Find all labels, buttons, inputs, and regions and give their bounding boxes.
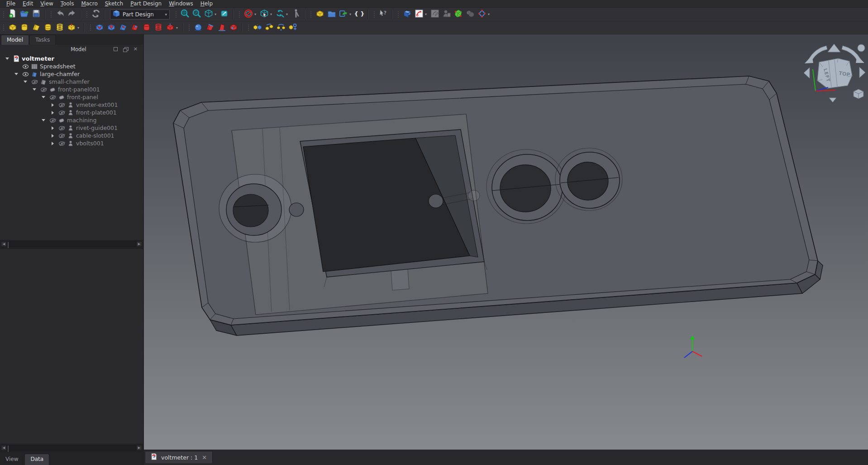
groove-button[interactable]: [117, 22, 129, 34]
scroll-right-icon[interactable]: ▶: [136, 241, 142, 247]
tree-item-vmeter-ext001[interactable]: vmeter-ext001: [0, 101, 143, 109]
tree-expand-right-icon[interactable]: [48, 111, 57, 115]
scroll-left-icon[interactable]: ◀: [1, 241, 7, 247]
menu-file[interactable]: File: [3, 0, 19, 8]
draw-style-dropdown-icon[interactable]: ▾: [254, 9, 258, 20]
tree-item-vbolts001[interactable]: vbolts001: [0, 139, 143, 147]
visibility-eye-visible-icon[interactable]: [21, 64, 30, 69]
create-datum-dropdown-icon[interactable]: ▾: [488, 9, 492, 20]
tab-model[interactable]: Model: [1, 35, 29, 45]
chamfer-button[interactable]: [204, 22, 216, 34]
undo-button[interactable]: [54, 9, 66, 20]
tree-item-machining[interactable]: machining: [0, 116, 143, 124]
expression-editor-button[interactable]: { }: [353, 9, 365, 20]
visibility-eye-hidden-icon[interactable]: [57, 102, 66, 108]
multitransform-button[interactable]: [287, 22, 299, 34]
tree-expand-down-icon[interactable]: [12, 73, 21, 75]
subtractive-primitive-button[interactable]: [164, 22, 176, 34]
menu-help[interactable]: Help: [197, 0, 216, 8]
tree-expand-down-icon[interactable]: [3, 58, 12, 60]
subtractive-primitive-dropdown-icon[interactable]: ▾: [176, 22, 180, 34]
save-document-button[interactable]: [30, 9, 42, 20]
tree-expand-down-icon[interactable]: [39, 96, 48, 98]
make-link-dropdown-icon[interactable]: ▾: [349, 9, 353, 20]
visibility-eye-hidden-icon[interactable]: [48, 95, 57, 100]
workbench-selector[interactable]: Part Design▾: [110, 10, 170, 19]
tree-item-front-panel[interactable]: front-panel: [0, 93, 143, 101]
navigation-cube[interactable]: LEFT TOP: [801, 41, 868, 109]
3d-viewport[interactable]: LEFT TOP: [144, 34, 868, 450]
create-body-button[interactable]: [401, 9, 413, 20]
document-tab-voltmeter[interactable]: voltmeter : 1 ✕: [145, 451, 213, 463]
zoom-sync-dropdown-icon[interactable]: ▾: [286, 9, 290, 20]
tree-expand-right-icon[interactable]: [48, 126, 57, 130]
tree-item-rivet-guide001[interactable]: rivet-guide001: [0, 124, 143, 132]
voltmeter-model[interactable]: [144, 34, 868, 450]
tree-item-large-chamfer[interactable]: large-chamfer: [0, 70, 143, 78]
tree-item-spreadsheet[interactable]: Spreadsheet: [0, 62, 143, 70]
new-document-button[interactable]: [7, 9, 19, 20]
pad-button[interactable]: [7, 22, 19, 34]
hole-button[interactable]: [105, 22, 117, 34]
tree-item-front-plate001[interactable]: front-plate001: [0, 109, 143, 116]
fit-all-button[interactable]: [179, 9, 191, 20]
menu-view[interactable]: View: [37, 0, 57, 8]
draft-button[interactable]: [216, 22, 228, 34]
tree-horizontal-scrollbar[interactable]: ◀ ▶: [0, 240, 143, 248]
visibility-eye-hidden-icon[interactable]: [30, 79, 39, 85]
toolbar-grip[interactable]: [86, 10, 88, 19]
scroll-right-icon[interactable]: ▶: [136, 445, 142, 451]
menu-edit[interactable]: Edit: [19, 0, 37, 8]
dock-float-icon[interactable]: [123, 47, 128, 52]
tree-item-cable-slot001[interactable]: cable-slot001: [0, 132, 143, 139]
visibility-eye-hidden-icon[interactable]: [57, 141, 66, 146]
tree-expand-down-icon[interactable]: [39, 119, 48, 121]
additive-primitive-button[interactable]: [66, 22, 77, 34]
fillet-button[interactable]: [192, 22, 204, 34]
revolution-button[interactable]: [19, 22, 30, 34]
tree-item-small-chamfer[interactable]: small-chamfer: [0, 78, 143, 86]
toolbar-grip[interactable]: [50, 10, 52, 19]
pocket-button[interactable]: [94, 22, 105, 34]
tab-view[interactable]: View: [0, 454, 24, 465]
create-datum-button[interactable]: [476, 9, 488, 20]
isometric-view-dropdown-icon[interactable]: ▾: [215, 9, 219, 20]
selection-view-dropdown-icon[interactable]: ▾: [270, 9, 274, 20]
visibility-eye-visible-icon[interactable]: [21, 72, 30, 77]
toolbar-grip[interactable]: [188, 24, 191, 32]
measure-button[interactable]: [290, 9, 302, 20]
tab-data[interactable]: Data: [24, 454, 49, 465]
create-part-button[interactable]: [314, 9, 326, 20]
whats-this-button[interactable]: ?: [377, 9, 389, 20]
menu-sketch[interactable]: Sketch: [101, 0, 127, 8]
tree-expand-down-icon[interactable]: [21, 81, 30, 83]
toolbar-grip[interactable]: [310, 10, 312, 19]
refresh-button[interactable]: [90, 9, 102, 20]
additive-loft-button[interactable]: [30, 22, 42, 34]
dock-minimize-icon[interactable]: [114, 47, 118, 51]
visibility-eye-hidden-icon[interactable]: [57, 110, 66, 115]
sync-view-button[interactable]: [219, 9, 230, 20]
create-sketch-dropdown-icon[interactable]: ▾: [425, 9, 429, 20]
linear-pattern-button[interactable]: [263, 22, 275, 34]
selection-view-button[interactable]: [258, 9, 270, 20]
visibility-eye-hidden-icon[interactable]: [39, 87, 48, 92]
visibility-eye-hidden-icon[interactable]: [57, 125, 66, 131]
scroll-left-icon[interactable]: ◀: [1, 445, 7, 451]
fit-selection-button[interactable]: [191, 9, 203, 20]
menu-macro[interactable]: Macro: [77, 0, 101, 8]
make-link-button[interactable]: [338, 9, 349, 20]
tree-expand-right-icon[interactable]: [48, 134, 57, 138]
tree-item-voltmeter[interactable]: voltmeter: [0, 55, 143, 62]
tree-item-front-panel001[interactable]: front-panel001: [0, 86, 143, 93]
visibility-eye-hidden-icon[interactable]: [48, 118, 57, 123]
toolbar-grip[interactable]: [373, 10, 376, 19]
toolbar-grip[interactable]: [3, 24, 5, 32]
tree-expand-right-icon[interactable]: [48, 103, 57, 107]
tree-expand-right-icon[interactable]: [48, 142, 57, 145]
menu-windows[interactable]: Windows: [165, 0, 197, 8]
isometric-view-button[interactable]: [203, 9, 215, 20]
thickness-button[interactable]: [228, 22, 239, 34]
toolbar-grip[interactable]: [238, 10, 241, 19]
close-document-icon[interactable]: ✕: [202, 454, 207, 461]
